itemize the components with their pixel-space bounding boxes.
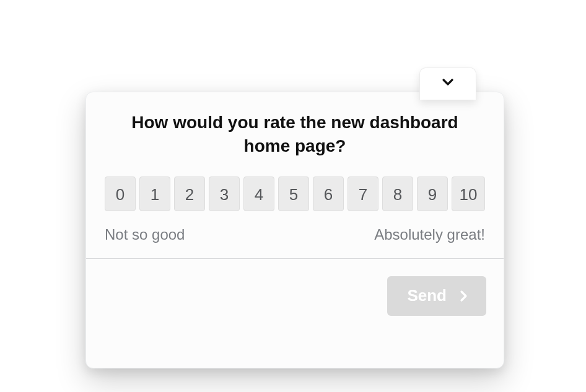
rating-option-9[interactable]: 9 bbox=[417, 176, 448, 211]
rating-legend: Not so good Absolutely great! bbox=[103, 226, 486, 243]
survey-body: How would you rate the new dashboard hom… bbox=[86, 92, 504, 258]
rating-option-3[interactable]: 3 bbox=[209, 176, 240, 211]
rating-option-5[interactable]: 5 bbox=[278, 176, 309, 211]
rating-option-7[interactable]: 7 bbox=[348, 176, 378, 211]
collapse-tab[interactable] bbox=[419, 68, 476, 100]
send-button-label: Send bbox=[407, 286, 447, 305]
chevron-down-icon bbox=[440, 79, 455, 90]
survey-question: How would you rate the new dashboard hom… bbox=[123, 111, 466, 158]
rating-option-8[interactable]: 8 bbox=[382, 176, 413, 211]
rating-option-4[interactable]: 4 bbox=[243, 176, 274, 211]
survey-footer: Send bbox=[86, 259, 504, 318]
rating-option-10[interactable]: 10 bbox=[452, 176, 485, 211]
card-overflow-spacer bbox=[86, 318, 504, 368]
rating-option-2[interactable]: 2 bbox=[174, 176, 205, 211]
legend-low: Not so good bbox=[105, 226, 185, 243]
rating-scale: 0 1 2 3 4 5 6 7 8 9 10 bbox=[103, 176, 486, 211]
rating-option-0[interactable]: 0 bbox=[105, 176, 136, 211]
chevron-right-icon bbox=[459, 289, 469, 303]
legend-high: Absolutely great! bbox=[374, 226, 485, 243]
nps-survey-card: How would you rate the new dashboard hom… bbox=[85, 92, 504, 368]
send-button[interactable]: Send bbox=[387, 276, 486, 316]
rating-option-6[interactable]: 6 bbox=[313, 176, 344, 211]
rating-option-1[interactable]: 1 bbox=[139, 176, 170, 211]
